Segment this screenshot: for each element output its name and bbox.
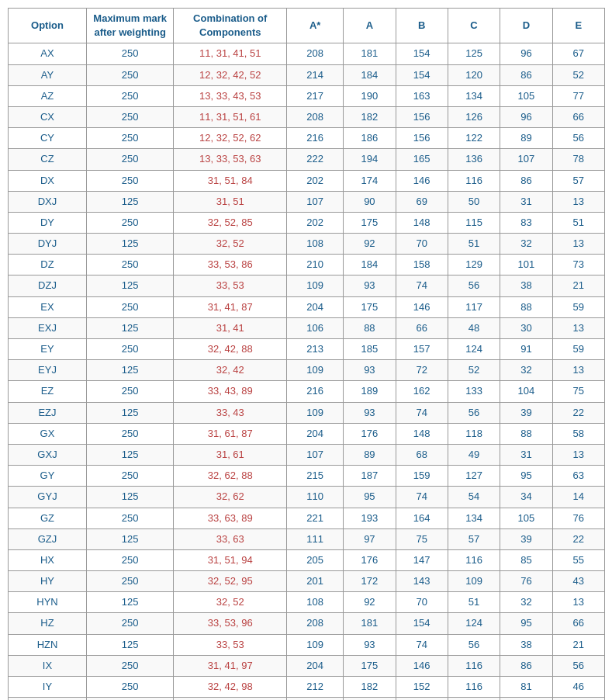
cell-option: GX bbox=[9, 423, 87, 444]
cell-d: 95 bbox=[500, 613, 552, 634]
cell-combo: 32, 42, 88 bbox=[174, 339, 287, 360]
cell-option: AY bbox=[9, 64, 87, 85]
cell-combo: 12, 32, 52, 62 bbox=[174, 128, 287, 149]
cell-astar: 109 bbox=[287, 360, 344, 381]
cell-e: 13 bbox=[552, 191, 604, 212]
table-row: CZ25013, 33, 53, 6322219416513610778 bbox=[9, 149, 605, 170]
cell-combo: 31, 41, 87 bbox=[174, 296, 287, 317]
cell-b: 68 bbox=[396, 444, 448, 465]
table-row: EZJ12533, 431099374563922 bbox=[9, 402, 605, 423]
cell-combo: 31, 51, 94 bbox=[174, 549, 287, 570]
cell-b: 146 bbox=[396, 170, 448, 191]
cell-e: 59 bbox=[552, 339, 604, 360]
cell-a: 193 bbox=[344, 508, 396, 528]
cell-astar: 216 bbox=[287, 128, 344, 149]
table-row: HYN12532, 521089270513213 bbox=[9, 592, 605, 613]
cell-combo: 33, 53 bbox=[174, 634, 287, 655]
cell-astar: 106 bbox=[287, 317, 344, 338]
cell-a: 176 bbox=[344, 423, 396, 444]
cell-max: 250 bbox=[87, 170, 174, 191]
cell-b: 74 bbox=[396, 634, 448, 655]
cell-combo: 13, 33, 43, 53 bbox=[174, 85, 287, 106]
cell-b: 70 bbox=[396, 234, 448, 255]
cell-option: HZN bbox=[9, 634, 87, 655]
cell-b: 74 bbox=[396, 487, 448, 508]
cell-max: 125 bbox=[87, 592, 174, 613]
cell-option: EX bbox=[9, 296, 87, 317]
cell-c: 124 bbox=[448, 613, 500, 634]
cell-combo: 32, 52 bbox=[174, 234, 287, 255]
cell-c: 49 bbox=[448, 444, 500, 465]
cell-c: 56 bbox=[448, 402, 500, 423]
cell-e: 58 bbox=[552, 423, 604, 444]
table-row: HZN12533, 531099374563821 bbox=[9, 634, 605, 655]
cell-combo: 32, 52, 95 bbox=[174, 571, 287, 592]
cell-option: DX bbox=[9, 170, 87, 191]
header-combination: Combination of Components bbox=[174, 9, 287, 43]
cell-c: 54 bbox=[448, 487, 500, 508]
cell-b: 154 bbox=[396, 64, 448, 85]
cell-option: HYN bbox=[9, 592, 87, 613]
cell-e: 55 bbox=[552, 549, 604, 570]
cell-a: 172 bbox=[344, 571, 396, 592]
cell-combo: 33, 63 bbox=[174, 528, 287, 549]
cell-max: 125 bbox=[87, 317, 174, 338]
cell-b: 143 bbox=[396, 571, 448, 592]
cell-astar: 215 bbox=[287, 466, 344, 487]
cell-max: 250 bbox=[87, 85, 174, 106]
cell-combo: 11, 31, 51, 61 bbox=[174, 106, 287, 127]
cell-max: 250 bbox=[87, 149, 174, 170]
cell-astar: 205 bbox=[287, 549, 344, 570]
cell-b: 156 bbox=[396, 128, 448, 149]
table-row: AY25012, 32, 42, 522141841541208652 bbox=[9, 64, 605, 85]
cell-c: 117 bbox=[448, 296, 500, 317]
cell-max: 250 bbox=[87, 549, 174, 570]
cell-a: 189 bbox=[344, 381, 396, 402]
cell-combo: 33, 53, 86 bbox=[174, 255, 287, 275]
cell-combo: 32, 52 bbox=[174, 592, 287, 613]
cell-astar: 216 bbox=[287, 381, 344, 402]
cell-e: 73 bbox=[552, 255, 604, 275]
cell-c: 116 bbox=[448, 677, 500, 698]
cell-b: 72 bbox=[396, 360, 448, 381]
table-row: HX25031, 51, 942051761471168555 bbox=[9, 549, 605, 570]
cell-a: 181 bbox=[344, 613, 396, 634]
cell-b: 154 bbox=[396, 43, 448, 64]
cell-e: 56 bbox=[552, 655, 604, 676]
cell-c: 129 bbox=[448, 255, 500, 275]
cell-max: 250 bbox=[87, 381, 174, 402]
table-row: EY25032, 42, 882131851571249159 bbox=[9, 339, 605, 360]
cell-c: 136 bbox=[448, 149, 500, 170]
cell-d: 83 bbox=[500, 212, 552, 233]
cell-e: 13 bbox=[552, 444, 604, 465]
cell-option: EZ bbox=[9, 381, 87, 402]
cell-combo: 32, 62 bbox=[174, 487, 287, 508]
cell-b: 165 bbox=[396, 149, 448, 170]
cell-d: 88 bbox=[500, 423, 552, 444]
cell-d: 38 bbox=[500, 275, 552, 296]
cell-astar: 222 bbox=[287, 149, 344, 170]
cell-option: DYJ bbox=[9, 234, 87, 255]
cell-combo: 33, 43, 89 bbox=[174, 381, 287, 402]
cell-astar: 107 bbox=[287, 191, 344, 212]
table-row: CX25011, 31, 51, 612081821561269666 bbox=[9, 106, 605, 127]
table-row: HY25032, 52, 952011721431097643 bbox=[9, 571, 605, 592]
cell-c: 133 bbox=[448, 381, 500, 402]
cell-e: 78 bbox=[552, 149, 604, 170]
cell-d: 86 bbox=[500, 170, 552, 191]
table-row: IY25032, 42, 982121821521168146 bbox=[9, 677, 605, 698]
cell-c: 125 bbox=[448, 43, 500, 64]
cell-combo: 32, 42, 98 bbox=[174, 677, 287, 698]
cell-a: 176 bbox=[344, 549, 396, 570]
cell-option: GXJ bbox=[9, 444, 87, 465]
cell-c: 48 bbox=[448, 317, 500, 338]
cell-combo: 32, 52, 85 bbox=[174, 212, 287, 233]
table-row: EYJ12532, 421099372523213 bbox=[9, 360, 605, 381]
cell-astar: 210 bbox=[287, 255, 344, 275]
cell-option: IX bbox=[9, 655, 87, 676]
cell-d: 85 bbox=[500, 549, 552, 570]
cell-b: 164 bbox=[396, 508, 448, 528]
cell-option: HZ bbox=[9, 613, 87, 634]
cell-a: 93 bbox=[344, 402, 396, 423]
table-row: GX25031, 61, 872041761481188858 bbox=[9, 423, 605, 444]
